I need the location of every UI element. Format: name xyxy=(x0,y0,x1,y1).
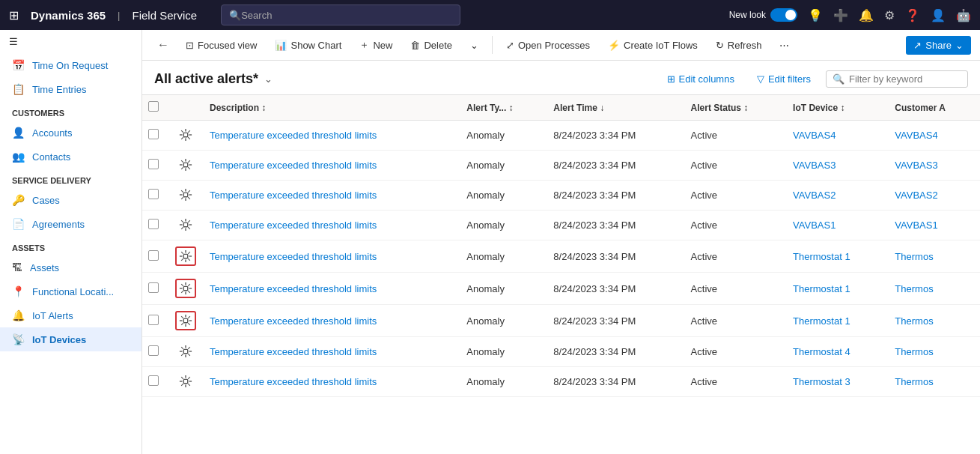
customer-account-link[interactable]: Thermos xyxy=(895,251,933,262)
refresh-icon: ↻ xyxy=(716,40,724,51)
col-customer-account[interactable]: Customer A xyxy=(887,95,980,121)
sidebar-item-assets[interactable]: 🏗 Assets xyxy=(0,255,141,279)
copilot-icon[interactable]: 🤖 xyxy=(956,8,971,22)
customer-account-link[interactable]: Thermos xyxy=(895,346,933,357)
description-link[interactable]: Temperature exceeded threshold limits xyxy=(210,283,377,294)
user-icon[interactable]: 👤 xyxy=(931,8,946,22)
col-description[interactable]: Description ↕ xyxy=(202,95,459,121)
iot-device-link[interactable]: VAVBAS4 xyxy=(793,130,836,141)
sidebar-item-cases[interactable]: 🔑 Cases xyxy=(0,188,141,212)
iot-device-link[interactable]: Thermostat 3 xyxy=(793,376,850,387)
edit-filters-button[interactable]: ▽ Edit filters xyxy=(749,70,818,88)
sidebar-hamburger[interactable]: ☰ xyxy=(0,30,141,53)
customer-account-link[interactable]: VAVBAS1 xyxy=(895,220,937,231)
customer-account-link[interactable]: Thermos xyxy=(895,283,933,294)
row-checkbox[interactable] xyxy=(148,315,159,325)
columns-icon: ⊞ xyxy=(667,73,675,85)
more-button[interactable]: ⋯ xyxy=(772,36,797,55)
grid-title-chevron[interactable]: ⌄ xyxy=(264,73,273,85)
iot-device-link[interactable]: Thermostat 1 xyxy=(793,315,850,327)
back-button[interactable]: ← xyxy=(151,34,175,55)
focused-view-label: Focused view xyxy=(198,40,257,51)
description-link[interactable]: Temperature exceeded threshold limits xyxy=(210,346,377,357)
customer-account-link[interactable]: Thermos xyxy=(895,315,933,327)
sidebar-item-iot-devices[interactable]: 📡 IoT Devices xyxy=(0,327,141,351)
iot-device-link[interactable]: Thermostat 4 xyxy=(793,346,850,357)
waffle-icon[interactable]: ⊞ xyxy=(9,8,19,22)
sidebar-item-time-on-request[interactable]: 📅 Time On Request xyxy=(0,53,141,77)
svg-line-77 xyxy=(181,377,183,379)
select-all-checkbox[interactable] xyxy=(148,101,159,112)
sidebar-item-time-entries[interactable]: 📋 Time Entries xyxy=(0,77,141,101)
customer-account-link[interactable]: VAVBAS3 xyxy=(895,160,937,171)
settings-icon[interactable]: ⚙ xyxy=(884,8,895,22)
description-link[interactable]: Temperature exceeded threshold limits xyxy=(210,315,377,327)
iot-device-link[interactable]: VAVBAS2 xyxy=(793,190,836,201)
description-link[interactable]: Temperature exceeded threshold limits xyxy=(210,220,377,231)
plus-icon[interactable]: ➕ xyxy=(833,8,848,22)
filter-keyword-input[interactable] xyxy=(849,73,961,85)
bell-icon[interactable]: 🔔 xyxy=(859,8,874,22)
description-link[interactable]: Temperature exceeded threshold limits xyxy=(210,376,377,387)
description-link[interactable]: Temperature exceeded threshold limits xyxy=(210,190,377,201)
lightbulb-icon[interactable]: 💡 xyxy=(808,8,823,22)
sidebar-item-contacts[interactable]: 👥 Contacts xyxy=(0,145,141,169)
description-link[interactable]: Temperature exceeded threshold limits xyxy=(210,251,377,262)
customer-account-link[interactable]: Thermos xyxy=(895,376,933,387)
row-checkbox[interactable] xyxy=(148,189,159,199)
alert-status-cell: Active xyxy=(684,367,785,397)
data-table: Description ↕ Alert Ty... ↕ Alert Time ↓… xyxy=(142,95,980,397)
new-look-switch[interactable] xyxy=(770,8,797,22)
functional-locations-icon: 📍 xyxy=(12,285,25,297)
iot-device-link[interactable]: Thermostat 1 xyxy=(793,251,850,262)
trash-icon: 🗑 xyxy=(410,40,420,51)
alert-time-cell: 8/24/2023 3:34 PM xyxy=(546,305,683,337)
create-iot-flows-button[interactable]: ⚡ Create IoT Flows xyxy=(600,36,705,55)
show-chart-button[interactable]: 📊 Show Chart xyxy=(267,36,349,55)
iot-device-link[interactable]: Thermostat 1 xyxy=(793,283,850,294)
customer-account-link[interactable]: VAVBAS2 xyxy=(895,190,937,201)
iot-device-link[interactable]: VAVBAS3 xyxy=(793,160,836,171)
description-link[interactable]: Temperature exceeded threshold limits xyxy=(210,160,377,171)
row-checkbox[interactable] xyxy=(148,345,159,356)
refresh-button[interactable]: ↻ Refresh xyxy=(708,36,770,55)
iot-flows-icon: ⚡ xyxy=(608,40,620,51)
search-box[interactable]: 🔍 xyxy=(221,4,460,25)
col-alert-type[interactable]: Alert Ty... ↕ xyxy=(459,95,546,121)
iot-device-link[interactable]: VAVBAS1 xyxy=(793,220,836,231)
row-checkbox[interactable] xyxy=(148,219,159,229)
row-checkbox[interactable] xyxy=(148,282,159,293)
row-checkbox[interactable] xyxy=(148,129,159,139)
svg-line-50 xyxy=(181,284,183,286)
alert-type-cell: Anomaly xyxy=(459,121,546,151)
contacts-icon: 👥 xyxy=(12,151,25,163)
row-checkbox[interactable] xyxy=(148,250,159,261)
col-alert-time[interactable]: Alert Time ↓ xyxy=(546,95,683,121)
delete-button[interactable]: 🗑 Delete xyxy=(403,36,460,55)
iot-node-icon xyxy=(175,311,196,330)
sidebar-item-agreements[interactable]: 📄 Agreements xyxy=(0,212,141,236)
svg-line-5 xyxy=(181,130,183,133)
sidebar-item-iot-alerts[interactable]: 🔔 IoT Alerts xyxy=(0,303,141,327)
description-link[interactable]: Temperature exceeded threshold limits xyxy=(210,130,377,141)
svg-line-69 xyxy=(188,354,190,356)
edit-columns-button[interactable]: ⊞ Edit columns xyxy=(660,70,742,88)
share-button[interactable]: ↗ Share ⌄ xyxy=(906,36,971,55)
col-checkbox[interactable] xyxy=(142,95,169,121)
col-iot-device[interactable]: IoT Device ↕ xyxy=(785,95,887,121)
customer-account-link[interactable]: VAVBAS4 xyxy=(895,130,937,141)
row-checkbox[interactable] xyxy=(148,159,159,169)
open-processes-button[interactable]: ⤢ Open Processes xyxy=(499,36,597,55)
svg-line-35 xyxy=(181,227,183,229)
help-icon[interactable]: ❓ xyxy=(905,8,920,22)
filter-input-wrap[interactable]: 🔍 xyxy=(826,70,968,88)
new-look-toggle[interactable]: New look xyxy=(729,8,797,22)
sidebar-item-functional-locations[interactable]: 📍 Functional Locati... xyxy=(0,279,141,303)
focused-view-button[interactable]: ⊡ Focused view xyxy=(178,36,264,55)
col-alert-status[interactable]: Alert Status ↕ xyxy=(684,95,785,121)
search-input[interactable] xyxy=(241,10,452,21)
row-checkbox[interactable] xyxy=(148,375,159,386)
new-button[interactable]: ＋ New xyxy=(352,34,400,55)
sidebar-item-accounts[interactable]: 👤 Accounts xyxy=(0,121,141,145)
chevron-dropdown-button[interactable]: ⌄ xyxy=(463,36,486,55)
